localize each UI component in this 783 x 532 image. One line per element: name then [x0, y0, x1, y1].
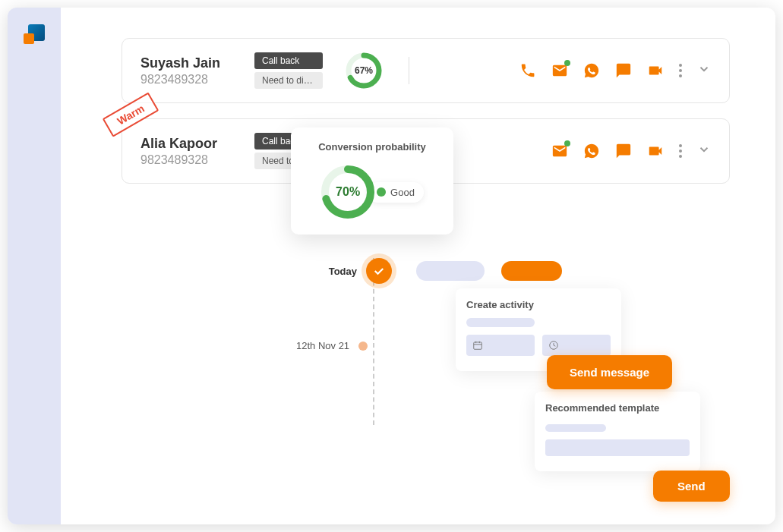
timeline: Today 12th Nov 21: [311, 258, 585, 284]
divider: [409, 57, 409, 84]
notification-dot: [564, 60, 570, 66]
recommended-title: Recommended template: [545, 402, 690, 414]
lead-phone: 9823489328: [140, 153, 254, 167]
lead-actions: [551, 143, 711, 159]
date-input[interactable]: [466, 335, 535, 356]
app-logo: [24, 23, 45, 44]
time-input[interactable]: [542, 335, 611, 356]
lead-card[interactable]: Suyash Jain 9823489328 Call back Need to…: [122, 38, 730, 103]
status-tag: Call back: [254, 52, 323, 69]
placeholder-bar: [545, 424, 606, 432]
timeline-checkmark-icon[interactable]: [366, 258, 392, 284]
expand-chevron-icon[interactable]: [697, 62, 711, 79]
whatsapp-icon[interactable]: [583, 143, 600, 159]
lead-phone: 9823489328: [140, 73, 254, 87]
recommended-template-card: Recommended template: [535, 392, 700, 471]
lead-info: Alia Kapoor 9823489328: [140, 136, 254, 167]
lead-name: Suyash Jain: [140, 55, 254, 71]
video-icon[interactable]: [647, 143, 664, 159]
probability-ring-large: 70%: [320, 165, 375, 219]
expand-chevron-icon[interactable]: [697, 143, 711, 159]
email-icon[interactable]: [551, 143, 568, 159]
svg-rect-4: [474, 342, 482, 349]
chat-icon[interactable]: [615, 143, 632, 159]
svg-line-10: [554, 345, 555, 346]
whatsapp-icon[interactable]: [583, 62, 600, 79]
email-icon[interactable]: [551, 62, 568, 79]
placeholder-block: [545, 439, 690, 456]
probability-popover: Conversion probability 70% Good: [291, 127, 453, 235]
more-menu-icon[interactable]: [679, 144, 682, 158]
quality-label: Good: [390, 187, 415, 198]
timeline-pill-active[interactable]: [501, 261, 562, 281]
lead-info: Suyash Jain 9823489328: [140, 55, 254, 87]
timeline-label-date: 12th Nov 21: [296, 340, 349, 351]
probability-value: 67%: [355, 65, 373, 76]
probability-ring[interactable]: 67%: [346, 52, 382, 89]
placeholder-bar: [466, 318, 535, 327]
quality-pill: Good: [368, 182, 424, 203]
timeline-dot-icon: [358, 342, 368, 351]
lead-name: Alia Kapoor: [140, 136, 254, 152]
lead-actions: [519, 62, 711, 79]
app-container: Suyash Jain 9823489328 Call back Need to…: [8, 8, 775, 524]
calendar-icon: [472, 340, 483, 351]
chat-icon[interactable]: [615, 62, 632, 79]
notification-dot: [564, 140, 570, 146]
timeline-pill-placeholder[interactable]: [416, 261, 485, 281]
sidebar: [8, 8, 61, 524]
video-icon[interactable]: [647, 62, 664, 79]
send-message-button[interactable]: Send message: [547, 355, 672, 389]
clock-icon: [548, 340, 559, 351]
note-tag: Need to discu...: [254, 72, 323, 89]
timeline-row-today: Today: [311, 258, 585, 284]
more-menu-icon[interactable]: [679, 64, 682, 77]
status-dot-icon: [377, 187, 386, 197]
popover-title: Conversion probability: [306, 141, 438, 153]
timeline-label-today: Today: [311, 266, 357, 277]
phone-icon[interactable]: [519, 62, 536, 79]
send-button[interactable]: Send: [653, 471, 730, 502]
lead-notes: Call back Need to discu...: [254, 52, 323, 89]
timeline-row-date: 12th Nov 21: [296, 340, 368, 351]
probability-value-large: 70%: [336, 185, 360, 199]
create-activity-title: Create activity: [466, 299, 611, 310]
